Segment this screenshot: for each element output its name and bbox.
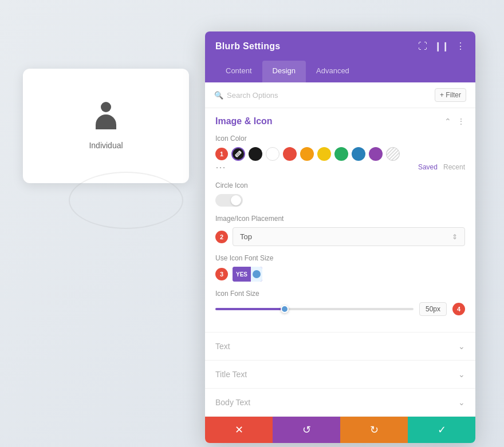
icon-color-label: Icon Color bbox=[215, 135, 465, 143]
section-header-icons: ⌃ ⋮ bbox=[444, 117, 465, 126]
swatch-blue[interactable] bbox=[352, 147, 365, 161]
swatch-black[interactable] bbox=[249, 147, 262, 161]
step-badge-3: 3 bbox=[215, 268, 228, 280]
tab-advanced[interactable]: Advanced bbox=[306, 61, 360, 82]
body-text-section[interactable]: Body Text ⌄ bbox=[205, 389, 475, 417]
yes-slider-area bbox=[251, 267, 262, 282]
use-icon-font-size-field: Use Icon Font Size 3 YES bbox=[215, 254, 465, 282]
search-placeholder-text: Search Options bbox=[227, 91, 278, 100]
title-text-section-title: Title Text bbox=[215, 370, 247, 379]
panel-footer: ✕ ↺ ↻ ✓ bbox=[205, 417, 475, 443]
text-collapse-icon: ⌄ bbox=[458, 342, 465, 351]
section-more-icon[interactable]: ⋮ bbox=[457, 117, 465, 126]
swatch-white[interactable] bbox=[266, 147, 279, 161]
cancel-icon: ✕ bbox=[235, 424, 243, 436]
confirm-icon: ✓ bbox=[438, 424, 446, 436]
toggle-knob bbox=[231, 195, 241, 205]
text-section[interactable]: Text ⌄ bbox=[205, 333, 475, 361]
swatch-green[interactable] bbox=[334, 147, 348, 161]
recent-link[interactable]: Recent bbox=[443, 163, 465, 171]
cancel-button[interactable]: ✕ bbox=[205, 417, 273, 443]
search-input-wrapper: 🔍 Search Options bbox=[214, 91, 278, 100]
icon-font-size-slider-row: 50px 4 bbox=[215, 302, 465, 316]
avatar-head bbox=[101, 102, 111, 112]
tab-content[interactable]: Content bbox=[215, 61, 262, 82]
step-badge-1: 1 bbox=[215, 148, 228, 160]
yes-label: YES bbox=[233, 267, 251, 282]
color-swatches-row bbox=[231, 147, 400, 161]
slider-fill bbox=[215, 308, 285, 310]
swatch-red[interactable] bbox=[283, 147, 297, 161]
redo-icon: ↻ bbox=[370, 424, 379, 436]
circle-icon-toggle-wrapper: NO bbox=[215, 194, 465, 207]
tab-design[interactable]: Design bbox=[262, 61, 306, 82]
background-card: Individual bbox=[23, 69, 189, 183]
card-label: Individual bbox=[89, 141, 123, 150]
panel-title: Blurb Settings bbox=[215, 41, 281, 52]
confirm-button[interactable]: ✓ bbox=[408, 417, 475, 443]
icon-color-field: Icon Color 1 bbox=[215, 135, 465, 173]
filter-label: + Filter bbox=[440, 91, 461, 99]
swatch-yellow[interactable] bbox=[317, 147, 331, 161]
reset-icon: ↺ bbox=[302, 424, 311, 436]
placement-dropdown[interactable]: Top ⇕ bbox=[233, 227, 465, 246]
swatch-striped[interactable] bbox=[386, 147, 400, 161]
circle-icon-field: Circle Icon NO bbox=[215, 181, 465, 207]
icon-font-size-label: Icon Font Size bbox=[215, 290, 465, 298]
more-options-icon[interactable]: ⋮ bbox=[456, 41, 465, 52]
swatch-purple[interactable] bbox=[369, 147, 383, 161]
yes-slider-dot bbox=[253, 270, 261, 278]
image-icon-section: Image & Icon ⌃ ⋮ Icon Color 1 bbox=[205, 108, 475, 333]
panel-header-icons: ⛶ ❙❙ ⋮ bbox=[418, 41, 465, 52]
icon-font-size-field: Icon Font Size 50px 4 bbox=[215, 290, 465, 316]
settings-panel: Blurb Settings ⛶ ❙❙ ⋮ Content Design Adv… bbox=[205, 31, 475, 443]
panel-header: Blurb Settings ⛶ ❙❙ ⋮ bbox=[205, 31, 475, 61]
color-picker-swatch[interactable] bbox=[231, 147, 245, 161]
saved-link[interactable]: Saved bbox=[418, 163, 438, 171]
step-badge-2: 2 bbox=[215, 231, 228, 243]
color-row-second: ⋯ Saved Recent bbox=[215, 161, 465, 173]
split-icon[interactable]: ❙❙ bbox=[434, 41, 449, 52]
title-text-section[interactable]: Title Text ⌄ bbox=[205, 361, 475, 389]
saved-recent: Saved Recent bbox=[418, 163, 465, 171]
tabs-bar: Content Design Advanced bbox=[205, 61, 475, 82]
use-font-size-toggle[interactable]: YES bbox=[233, 267, 262, 282]
more-colors-button[interactable]: ⋯ bbox=[215, 161, 226, 173]
step-badge-4: 4 bbox=[452, 303, 465, 315]
panel-body: Image & Icon ⌃ ⋮ Icon Color 1 bbox=[205, 108, 475, 417]
use-icon-font-size-label: Use Icon Font Size bbox=[215, 254, 465, 262]
fullscreen-icon[interactable]: ⛶ bbox=[418, 41, 427, 52]
section-header: Image & Icon ⌃ ⋮ bbox=[215, 116, 465, 126]
circle-icon-label: Circle Icon bbox=[215, 181, 465, 189]
search-icon: 🔍 bbox=[214, 91, 223, 100]
slider-thumb[interactable] bbox=[281, 305, 289, 313]
filter-button[interactable]: + Filter bbox=[435, 88, 466, 102]
redo-button[interactable]: ↻ bbox=[340, 417, 408, 443]
placement-field: Image/Icon Placement 2 Top ⇕ bbox=[215, 215, 465, 246]
section-title: Image & Icon bbox=[215, 116, 273, 126]
avatar-body bbox=[96, 114, 116, 129]
swatch-orange[interactable] bbox=[300, 147, 314, 161]
dropdown-arrow-icon: ⇕ bbox=[452, 233, 458, 241]
font-size-slider-track[interactable] bbox=[215, 308, 414, 310]
title-text-collapse-icon: ⌄ bbox=[458, 370, 465, 379]
search-bar: 🔍 Search Options + Filter bbox=[205, 82, 475, 108]
text-section-title: Text bbox=[215, 342, 230, 351]
body-text-collapse-icon: ⌄ bbox=[458, 398, 465, 407]
placement-value: Top bbox=[240, 232, 252, 241]
body-text-section-title: Body Text bbox=[215, 398, 250, 407]
placement-label: Image/Icon Placement bbox=[215, 215, 465, 223]
font-size-value-box[interactable]: 50px bbox=[419, 302, 447, 316]
reset-button[interactable]: ↺ bbox=[273, 417, 340, 443]
circle-icon-toggle[interactable]: NO bbox=[215, 194, 243, 207]
avatar-icon bbox=[92, 102, 120, 129]
collapse-icon[interactable]: ⌃ bbox=[444, 117, 451, 126]
